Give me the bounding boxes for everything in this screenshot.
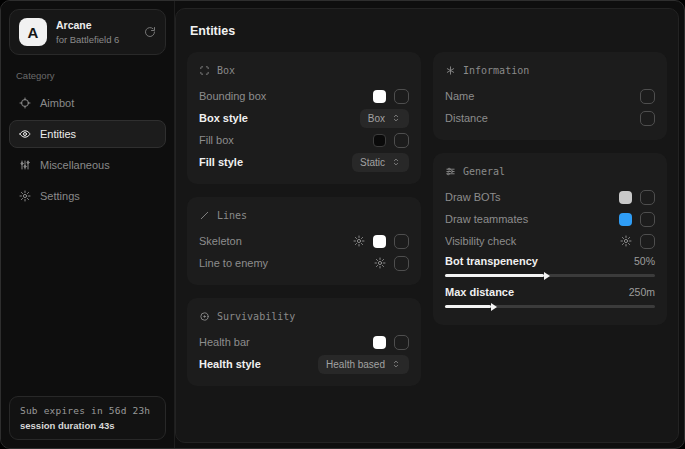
panel-lines: LinesSkeletonLine to enemy: [187, 197, 421, 285]
sidebar-nav: AimbotEntitiesMiscellaneousSettings: [9, 89, 166, 210]
row-controls: Static: [352, 153, 409, 172]
panel-information: InformationNameDistance: [433, 52, 667, 140]
panel-title: Lines: [217, 210, 247, 221]
panel-rows: Health barHealth styleHealth based: [199, 331, 409, 375]
logo-texts: Arcane for Battlefield 6: [56, 19, 135, 45]
sidebar-item-settings[interactable]: Settings: [9, 182, 166, 210]
app-title: Arcane: [56, 19, 135, 32]
color-swatch[interactable]: [373, 134, 386, 147]
reload-icon[interactable]: [144, 26, 156, 38]
gear-icon[interactable]: [353, 235, 365, 247]
row-skeleton: Skeleton: [199, 230, 409, 252]
checkbox[interactable]: [394, 89, 409, 104]
color-swatch[interactable]: [373, 90, 386, 103]
checkbox[interactable]: [640, 212, 655, 227]
subscription-card: Sub expires in 56d 23h session duration …: [9, 396, 166, 440]
row-label: Visibility check: [445, 235, 612, 247]
row-name: Name: [445, 85, 655, 107]
checkbox[interactable]: [394, 234, 409, 249]
row-label: Line to enemy: [199, 257, 366, 269]
checkbox[interactable]: [394, 133, 409, 148]
page-title: Entities: [190, 24, 664, 38]
row-label: Distance: [445, 112, 632, 124]
chevrons-up-down-icon: [391, 157, 401, 167]
panel-general: GeneralDraw BOTsDraw teammatesVisibility…: [433, 153, 667, 325]
color-swatch[interactable]: [373, 235, 386, 248]
row-label: Skeleton: [199, 235, 345, 247]
slider-value: 50%: [634, 255, 655, 267]
sidebar-item-label: Settings: [40, 190, 80, 202]
row-controls: [373, 335, 409, 350]
panel-column-2: InformationNameDistanceGeneralDraw BOTsD…: [433, 52, 667, 325]
sub-expiry-text: Sub expires in 56d 23h: [20, 405, 155, 416]
panel-box: BoxBounding boxBox styleBoxFill boxFill …: [187, 52, 421, 184]
slider-track[interactable]: [445, 305, 655, 308]
style-dropdown[interactable]: Health based: [318, 355, 409, 374]
slider-header: Max distance250m: [445, 286, 655, 298]
row-controls: [373, 89, 409, 104]
panel-title: Survivability: [217, 311, 295, 322]
color-swatch[interactable]: [373, 336, 386, 349]
slider-header: Bot transpenency50%: [445, 255, 655, 267]
row-box-style: Box styleBox: [199, 107, 409, 129]
style-dropdown[interactable]: Static: [352, 153, 409, 172]
slider-thumb[interactable]: [544, 272, 550, 280]
row-label: Name: [445, 90, 632, 102]
slider-bot-transpenency: Bot transpenency50%: [445, 252, 655, 283]
line-icon: [199, 210, 210, 221]
slider-label: Max distance: [445, 286, 514, 298]
logo-card: A Arcane for Battlefield 6: [9, 9, 166, 55]
row-controls: [374, 256, 409, 271]
checkbox[interactable]: [640, 89, 655, 104]
sliders-icon: [445, 166, 456, 177]
sidebar-item-miscellaneous[interactable]: Miscellaneous: [9, 151, 166, 179]
chevrons-up-down-icon: [391, 359, 401, 369]
checkbox[interactable]: [394, 256, 409, 271]
row-label: Box style: [199, 112, 352, 124]
style-dropdown[interactable]: Box: [360, 109, 409, 128]
row-label: Health style: [199, 358, 310, 370]
app-window: A Arcane for Battlefield 6 Category Aimb…: [0, 0, 685, 449]
gear-icon[interactable]: [620, 235, 632, 247]
gear-icon[interactable]: [374, 257, 386, 269]
asterisk-icon: [445, 65, 456, 76]
category-label: Category: [16, 70, 159, 81]
dropdown-value: Health based: [326, 358, 385, 371]
panel-title: General: [463, 166, 505, 177]
row-label: Fill style: [199, 156, 344, 168]
row-line-to-enemy: Line to enemy: [199, 252, 409, 274]
color-swatch[interactable]: [619, 213, 632, 226]
panel-header: Lines: [199, 210, 409, 221]
panel-rows: Draw BOTsDraw teammatesVisibility checkB…: [445, 186, 655, 314]
row-fill-box: Fill box: [199, 129, 409, 151]
sidebar: A Arcane for Battlefield 6 Category Aimb…: [1, 1, 175, 448]
checkbox[interactable]: [640, 234, 655, 249]
color-swatch[interactable]: [619, 191, 632, 204]
sidebar-item-entities[interactable]: Entities: [9, 120, 166, 148]
row-visibility-check: Visibility check: [445, 230, 655, 252]
app-logo: A: [19, 18, 47, 46]
session-duration-text: session duration 43s: [20, 420, 155, 431]
row-draw-teammates: Draw teammates: [445, 208, 655, 230]
slider-value: 250m: [629, 286, 655, 298]
slider-fill: [445, 274, 544, 277]
slider-thumb[interactable]: [491, 303, 497, 311]
row-controls: [373, 133, 409, 148]
row-controls: [619, 212, 655, 227]
row-controls: [353, 234, 409, 249]
slider-label: Bot transpenency: [445, 255, 538, 267]
checkbox[interactable]: [640, 111, 655, 126]
row-controls: [620, 234, 655, 249]
row-fill-style: Fill styleStatic: [199, 151, 409, 173]
equalizer-icon: [19, 159, 31, 171]
sidebar-item-label: Entities: [40, 128, 76, 140]
checkbox[interactable]: [394, 335, 409, 350]
panel-header: Survivability: [199, 311, 409, 322]
panel-survivability: SurvivabilityHealth barHealth styleHealt…: [187, 298, 421, 386]
row-label: Draw teammates: [445, 213, 611, 225]
slider-track[interactable]: [445, 274, 655, 277]
sidebar-item-label: Aimbot: [40, 97, 74, 109]
sidebar-item-aimbot[interactable]: Aimbot: [9, 89, 166, 117]
checkbox[interactable]: [640, 190, 655, 205]
row-label: Fill box: [199, 134, 365, 146]
